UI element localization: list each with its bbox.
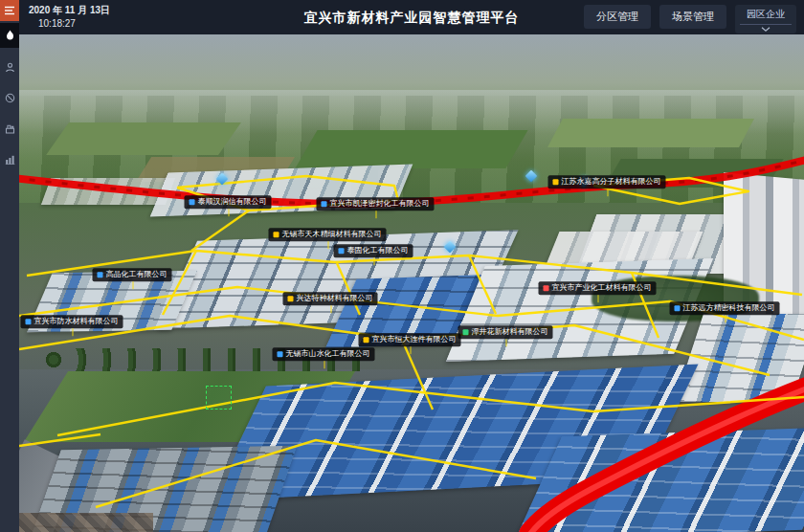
flame-icon [5,30,15,41]
company-marker-icon [26,319,32,324]
sidebar-item-fire-monitor[interactable] [0,23,19,48]
company-label-text: 江苏永嘉高分子材料有限公司 [562,177,661,187]
company-label[interactable]: 江苏永嘉高分子材料有限公司 [548,175,666,188]
company-label[interactable]: 潭井花新材料有限公司 [458,325,553,339]
company-label-text: 江苏远方精密科技有限公司 [683,303,775,313]
company-label-text: 兴达特种材料有限公司 [297,294,373,303]
company-label-text: 高晶化工有限公司 [106,270,168,279]
company-label[interactable]: 宜兴市恒大连件有限公司 [359,333,461,346]
company-label-text: 无锡市山水化工有限公司 [286,349,370,359]
worker-icon [5,62,15,73]
scene-management-button[interactable]: 场景管理 [659,5,726,29]
chevron-down-icon [761,27,770,32]
selection-box [206,386,232,410]
map-3d-viewport[interactable]: 泰顺汉润信有限公司宜兴市凯泽密封化工有限公司无锡市天木精细材料有限公司泰固化工有… [19,34,804,532]
company-label[interactable]: 高晶化工有限公司 [93,268,172,281]
sidebar-item-energy[interactable] [0,86,19,109]
zone-management-button[interactable]: 分区管理 [584,5,651,29]
power-icon [5,93,15,103]
company-marker-icon [278,351,283,357]
company-marker-icon [339,248,345,254]
company-marker-icon [322,201,327,207]
company-marker-icon [190,199,195,205]
company-marker-icon [553,179,559,185]
company-marker-icon [98,272,103,277]
sidebar-item-enterprise[interactable] [0,117,19,140]
company-marker-icon [288,296,294,301]
road-overlay [19,34,804,532]
company-label-text: 无锡市天木精细材料有限公司 [282,230,382,239]
company-label[interactable]: 无锡市山水化工有限公司 [273,347,375,361]
company-label-text: 泰固化工有限公司 [347,246,409,255]
company-label[interactable]: 无锡市天木精细材料有限公司 [269,228,387,241]
park-enterprise-dropdown[interactable]: 园区企业 [735,5,796,33]
company-label[interactable]: 兴达特种材料有限公司 [283,292,378,305]
smart-park-platform: 2020 年 11 月 13日 10:18:27 宜兴市新材料产业园智慧管理平台… [0,0,804,532]
company-label[interactable]: 江苏远方精密科技有限公司 [670,301,780,315]
sidebar-item-statistics[interactable] [0,147,19,170]
company-marker-icon [364,337,369,343]
company-label[interactable]: 宜兴市防水材料有限公司 [21,315,123,328]
hamburger-icon [4,6,15,15]
top-header: 2020 年 11 月 13日 10:18:27 宜兴市新材料产业园智慧管理平台… [19,0,804,34]
hamburger-menu-button[interactable] [0,0,19,21]
sidebar-item-personnel[interactable] [0,55,19,78]
company-marker-icon [544,285,549,291]
company-marker-icon [274,232,279,237]
company-marker-icon [463,329,469,335]
company-label-text: 泰顺汉润信有限公司 [198,197,267,207]
company-label-text: 潭井花新材料有限公司 [472,327,548,337]
company-label[interactable]: 宜兴市凯泽密封化工有限公司 [317,197,435,211]
company-label[interactable]: 泰固化工有限公司 [334,244,413,257]
company-label-text: 宜兴市恒大连件有限公司 [372,335,457,344]
left-toolbar [0,0,19,532]
header-actions: 分区管理 场景管理 园区企业 [584,5,796,33]
company-label[interactable]: 泰顺汉润信有限公司 [185,195,272,209]
company-marker-icon [675,305,681,311]
company-label[interactable]: 宜兴市产业化工材料有限公司 [539,281,657,295]
company-label-text: 宜兴市产业化工材料有限公司 [552,283,652,293]
park-enterprise-dropdown-label: 园区企业 [740,8,792,25]
factory-icon [5,123,15,134]
company-label-text: 宜兴市防水材料有限公司 [34,317,119,326]
company-label-text: 宜兴市凯泽密封化工有限公司 [330,199,430,209]
bar-chart-icon [5,154,15,165]
